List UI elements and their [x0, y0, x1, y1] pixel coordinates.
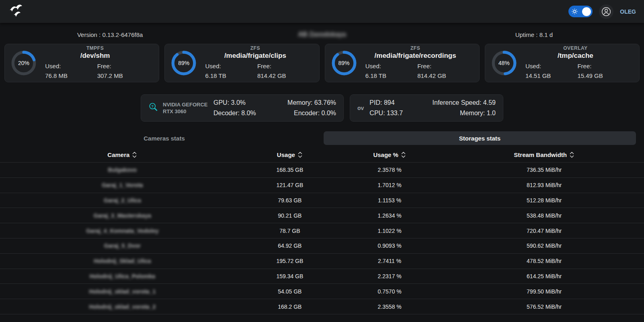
username[interactable]: OLEG — [620, 8, 636, 15]
status-row: Version : 0.13.2-6476f8a AB Zavodskaya U… — [0, 23, 644, 41]
usage-cell: 78.7 GB — [245, 228, 335, 234]
detector-inference-speed: Inference Speed: 4.59 — [433, 98, 496, 108]
storage-card: 89% ZFS /media/frigate/clips Used: 6.18 … — [164, 44, 319, 82]
used-value: 6.18 TB — [205, 71, 253, 81]
table-row: Holodnij_sklad_vorota_2 168.2 GB 2.3558 … — [0, 299, 644, 314]
free-value: 15.49 GB — [577, 71, 625, 81]
camera-stats-table: Camera Usage Usage % — [0, 147, 644, 314]
usage-percent-cell: 1.2634 % — [335, 212, 444, 219]
frigate-logo-icon[interactable] — [6, 2, 25, 22]
camera-name-blurred: Holodnij_sklad_vorota_1 — [0, 288, 245, 295]
filesystem-type: OVERLAY — [563, 45, 587, 51]
table-row: Garaj_5_Dvor 64.92 GB 0.9093 % 590.62 Mi… — [0, 238, 644, 253]
usage-cell: 79.63 GB — [245, 197, 335, 204]
usage-percent-cell: 2.3578 % — [335, 167, 444, 173]
free-label: Free: — [257, 61, 305, 71]
table-row: Bulgakovo 168.35 GB 2.3578 % 736.35 MiB/… — [0, 162, 644, 177]
used-label: Used: — [365, 61, 413, 71]
storage-card: 89% ZFS /media/frigate/recordings Used: … — [325, 44, 480, 82]
hardware-stats-row: ? NVIDIA GEFORCE RTX 3060 GPU: 3.0% Deco… — [0, 94, 644, 122]
table-row: Garaj_3_Masterskaya 90.21 GB 1.2634 % 53… — [0, 208, 644, 223]
column-header[interactable]: Usage — [245, 151, 335, 158]
camera-name-blurred: Holodnij_sklad_vorota_2 — [0, 304, 245, 310]
usage-cell: 159.34 GB — [245, 273, 335, 279]
bandwidth-cell: 576.52 MiB/hr — [444, 304, 644, 310]
user-avatar-icon[interactable] — [599, 4, 613, 19]
donut-percent-label: 89% — [170, 50, 197, 76]
table-row: Holodnij_sklad_vorota_1 54.05 GB 0.7570 … — [0, 283, 644, 299]
sun-icon — [572, 8, 578, 14]
free-value: 814.42 GB — [417, 71, 465, 81]
theme-toggle[interactable] — [568, 6, 593, 17]
column-header[interactable]: Usage % — [335, 151, 444, 158]
usage-percent-cell: 1.1022 % — [335, 228, 444, 234]
usage-percent-cell: 1.1153 % — [335, 197, 444, 204]
toggle-knob — [582, 7, 591, 16]
storage-usage-donut: 20% — [10, 50, 37, 76]
top-nav-bar: OLEG — [0, 0, 644, 23]
sort-icon[interactable] — [297, 151, 303, 158]
uptime-label: Uptime : 8.1 d — [428, 31, 640, 38]
mount-path: /tmp/cache — [558, 52, 593, 60]
tab-cameras-stats[interactable]: Cameras stats — [8, 131, 320, 145]
camera-name-blurred: Garaj_5_Dvor — [0, 243, 245, 249]
used-value: 6.18 TB — [365, 71, 413, 81]
camera-name-blurred: Garaj_4_Komnata_Vodoley — [0, 228, 245, 234]
donut-percent-label: 20% — [10, 50, 37, 76]
usage-percent-cell: 2.2317 % — [335, 273, 444, 279]
camera-name-blurred: Garaj_1_Vorota — [0, 182, 245, 188]
storage-cards-row: 20% TMPFS /dev/shm Used: 76.8 MB Free: 3… — [0, 41, 644, 82]
storage-card: 20% TMPFS /dev/shm Used: 76.8 MB Free: 3… — [4, 44, 159, 82]
camera-name-blurred: Garaj_2_Ulica — [0, 197, 245, 204]
usage-percent-cell: 2.3558 % — [335, 304, 444, 310]
free-label: Free: — [577, 61, 625, 71]
sort-icon[interactable] — [401, 151, 406, 158]
gpu-card: ? NVIDIA GEFORCE RTX 3060 GPU: 3.0% Deco… — [141, 94, 344, 122]
usage-percent-cell: 0.9093 % — [335, 243, 444, 249]
bandwidth-cell: 812.93 MiB/hr — [444, 182, 644, 188]
bandwidth-cell: 736.35 MiB/hr — [444, 167, 644, 173]
column-header[interactable]: Stream Bandwidth — [444, 151, 644, 158]
server-name-blurred: AB Zavodskaya — [216, 31, 428, 38]
usage-cell: 195.72 GB — [245, 258, 335, 264]
usage-percent-cell: 0.7570 % — [335, 288, 444, 295]
usage-percent-cell: 1.7012 % — [335, 182, 444, 188]
bandwidth-cell: 720.47 MiB/hr — [444, 228, 644, 234]
donut-percent-label: 48% — [491, 50, 517, 76]
detector-card: ov PID: 894 CPU: 133.7 Inference Speed: … — [350, 94, 503, 122]
usage-cell: 121.47 GB — [245, 182, 335, 188]
gpu-memory: Memory: 63.76% — [287, 98, 336, 108]
used-value: 14.51 GB — [525, 71, 573, 81]
table-body: Bulgakovo 168.35 GB 2.3578 % 736.35 MiB/… — [0, 162, 644, 314]
bandwidth-cell: 799.50 MiB/hr — [444, 288, 644, 295]
column-header[interactable]: Camera — [0, 151, 245, 158]
detector-memory: Memory: 1.0 — [433, 108, 496, 118]
version-label: Version : 0.13.2-6476f8a — [4, 31, 216, 38]
sort-icon[interactable] — [132, 151, 137, 158]
bandwidth-cell: 538.48 MiB/hr — [444, 212, 644, 219]
storage-card: 48% OVERLAY /tmp/cache Used: 14.51 GB Fr… — [485, 44, 640, 82]
donut-percent-label: 89% — [331, 50, 357, 76]
tab-storages-stats[interactable]: Storages stats — [324, 131, 636, 145]
mount-path: /media/frigate/recordings — [375, 52, 456, 60]
used-value: 76.8 MB — [45, 71, 93, 81]
free-label: Free: — [97, 61, 145, 71]
gpu-name: NVIDIA GEFORCE RTX 3060 — [163, 101, 208, 115]
storage-usage-donut: 48% — [491, 50, 517, 76]
detector-name: ov — [357, 105, 364, 111]
mount-path: /media/frigate/clips — [224, 52, 286, 60]
mount-path: /dev/shm — [80, 52, 110, 60]
used-label: Used: — [205, 61, 253, 71]
sort-icon[interactable] — [569, 151, 574, 158]
used-label: Used: — [525, 61, 573, 71]
storage-usage-donut: 89% — [331, 50, 357, 76]
table-row: Garaj_1_Vorota 121.47 GB 1.7012 % 812.93… — [0, 177, 644, 193]
camera-name-blurred: Holodnij_Ulica_Polomka — [0, 273, 245, 279]
table-row: Garaj_4_Komnata_Vodoley 78.7 GB 1.1022 %… — [0, 223, 644, 238]
table-row: Holodnij_Ulica_Polomka 159.34 GB 2.2317 … — [0, 269, 644, 284]
free-value: 307.2 MB — [97, 71, 145, 81]
usage-cell: 90.21 GB — [245, 212, 335, 219]
gpu-encoder: Encoder: 0.0% — [287, 108, 336, 118]
free-label: Free: — [417, 61, 465, 71]
bandwidth-cell: 512.28 MiB/hr — [444, 197, 644, 204]
